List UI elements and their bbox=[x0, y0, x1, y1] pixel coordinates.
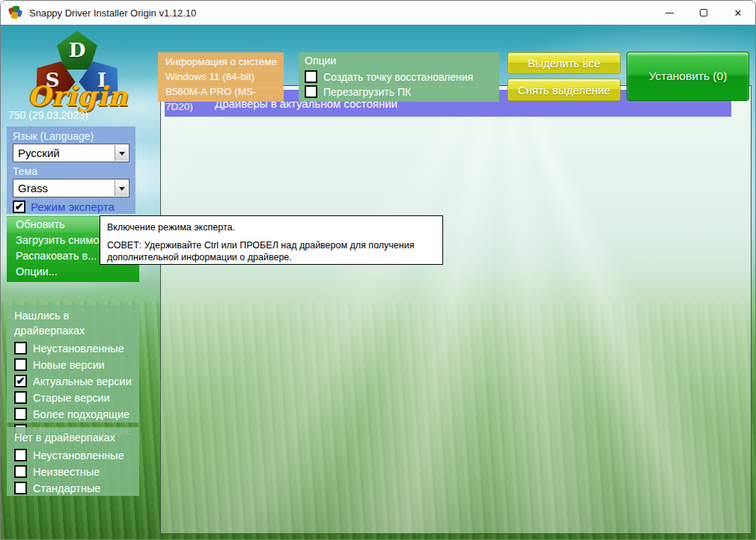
found-in-driverpacks-panel: Нашлись в драйверпаках Неустановленные Н… bbox=[7, 305, 139, 423]
sunray-decoration bbox=[161, 85, 751, 534]
checkbox[interactable] bbox=[14, 408, 27, 420]
options-title: Опции bbox=[305, 54, 499, 68]
title-bar: Snappy Driver Installer Origin v1.12.10 … bbox=[1, 1, 755, 25]
minimize-icon bbox=[665, 13, 674, 13]
checkbox[interactable] bbox=[14, 465, 27, 478]
system-info-box: Информация о системе Windows 11 (64-bit)… bbox=[158, 52, 284, 102]
close-icon: ✕ bbox=[734, 7, 743, 19]
language-theme-panel: Язык (Language) Русский Тема Grass Режим… bbox=[7, 126, 135, 214]
maximize-icon bbox=[700, 9, 707, 16]
language-label: Язык (Language) bbox=[13, 129, 129, 144]
chevron-down-icon[interactable] bbox=[115, 180, 128, 196]
expert-mode-checkbox[interactable] bbox=[13, 200, 25, 213]
theme-select[interactable]: Grass bbox=[13, 179, 129, 197]
checkbox[interactable] bbox=[14, 449, 27, 461]
option-checkbox-row[interactable]: Перезагрузить ПК bbox=[305, 85, 499, 98]
select-all-button[interactable]: Выделить всё bbox=[507, 52, 621, 74]
install-button[interactable]: Установить (0) bbox=[627, 52, 749, 101]
expert-mode-label: Режим эксперта bbox=[31, 200, 115, 213]
checkbox[interactable] bbox=[14, 391, 27, 404]
checkbox[interactable] bbox=[14, 358, 27, 371]
checkbox-label: Более подходящие bbox=[33, 408, 129, 420]
app-logo-icon bbox=[9, 6, 22, 19]
found-section-title: Нашлись в драйверпаках bbox=[11, 308, 135, 338]
filter-checkbox-row[interactable]: Актуальные версии bbox=[11, 375, 135, 387]
tooltip-line1: Включение режима эксперта. bbox=[107, 221, 436, 233]
checkbox-label: Неизвестные bbox=[33, 466, 100, 478]
option-checkbox-row[interactable]: Создать точку восстановления bbox=[305, 70, 499, 83]
menu-item[interactable]: Опции... bbox=[7, 264, 139, 280]
system-info-motherboard: B560M-A PRO (MS-7D20) bbox=[165, 85, 284, 114]
checkbox-label: Старые версии bbox=[33, 392, 110, 404]
checkbox[interactable] bbox=[305, 70, 317, 83]
filter-checkbox-row[interactable]: Старые версии bbox=[11, 391, 135, 404]
checkbox-label: Неустановленные bbox=[33, 343, 124, 355]
tooltip-line2: СОВЕТ: Удерживайте Ctrl или ПРОБЕЛ над д… bbox=[107, 239, 436, 263]
sdi-logo: D S I Origin bbox=[22, 31, 134, 111]
checkbox-label: Создать точку восстановления bbox=[323, 71, 473, 83]
app-window: Snappy Driver Installer Origin v1.12.10 … bbox=[0, 0, 756, 540]
version-label: 750 (29.03.2023) bbox=[8, 109, 88, 121]
checkbox-label: Новые версии bbox=[33, 359, 105, 371]
checkbox[interactable] bbox=[305, 85, 317, 98]
options-checkbox-list: Создать точку восстановления Перезагрузи… bbox=[305, 70, 499, 98]
missing-filter-list: Неустановленные Неизвестные Стандартные bbox=[11, 449, 135, 494]
deselect-button[interactable]: Снять выделение bbox=[507, 79, 621, 101]
checkbox[interactable] bbox=[14, 482, 27, 494]
filter-checkbox-row[interactable]: Стандартные bbox=[11, 482, 135, 494]
found-filter-list: Неустановленные Новые версии Актуальные … bbox=[11, 342, 135, 437]
checkbox-label: Перезагрузить ПК bbox=[323, 86, 411, 98]
language-select[interactable]: Русский bbox=[13, 144, 129, 162]
app-background: Драйверы в актуальном состоянии Информац… bbox=[1, 25, 756, 540]
options-box: Опции Создать точку восстановления Перез… bbox=[299, 52, 499, 102]
expert-mode-tooltip: Включение режима эксперта. СОВЕТ: Удержи… bbox=[100, 215, 443, 265]
checkbox[interactable] bbox=[14, 342, 27, 355]
checkbox-label: Стандартные bbox=[33, 482, 100, 494]
filter-checkbox-row[interactable]: Неустановленные bbox=[11, 449, 135, 461]
missing-section-title: Нет в драйверпаках bbox=[11, 430, 135, 445]
system-info-os: Windows 11 (64-bit) bbox=[165, 70, 284, 85]
minimize-button[interactable] bbox=[652, 1, 686, 25]
logo-wordmark: Origin bbox=[27, 80, 128, 111]
filter-checkbox-row[interactable]: Неустановленные bbox=[11, 342, 135, 355]
logo-pentagon-d: D bbox=[57, 31, 97, 70]
chevron-down-icon[interactable] bbox=[115, 145, 128, 161]
checkbox-label: Актуальные версии bbox=[33, 375, 132, 387]
maximize-button[interactable] bbox=[686, 1, 721, 25]
close-button[interactable]: ✕ bbox=[721, 1, 755, 25]
expert-mode-row[interactable]: Режим эксперта bbox=[13, 200, 129, 213]
system-info-title: Информация о системе bbox=[165, 55, 284, 70]
filter-checkbox-row[interactable]: Более подходящие bbox=[11, 408, 135, 420]
checkbox-label: Неустановленные bbox=[33, 450, 124, 461]
theme-label: Тема bbox=[13, 164, 129, 179]
language-select-value: Русский bbox=[18, 147, 60, 159]
theme-select-value: Grass bbox=[18, 182, 48, 194]
filter-checkbox-row[interactable]: Неизвестные bbox=[11, 465, 135, 478]
filter-checkbox-row[interactable]: Новые версии bbox=[11, 358, 135, 371]
window-title: Snappy Driver Installer Origin v1.12.10 bbox=[29, 7, 196, 19]
driver-list-panel: Драйверы в актуальном состоянии bbox=[160, 85, 752, 534]
checkbox[interactable] bbox=[14, 375, 27, 387]
missing-in-driverpacks-panel: Нет в драйверпаках Неустановленные Неизв… bbox=[7, 427, 139, 496]
